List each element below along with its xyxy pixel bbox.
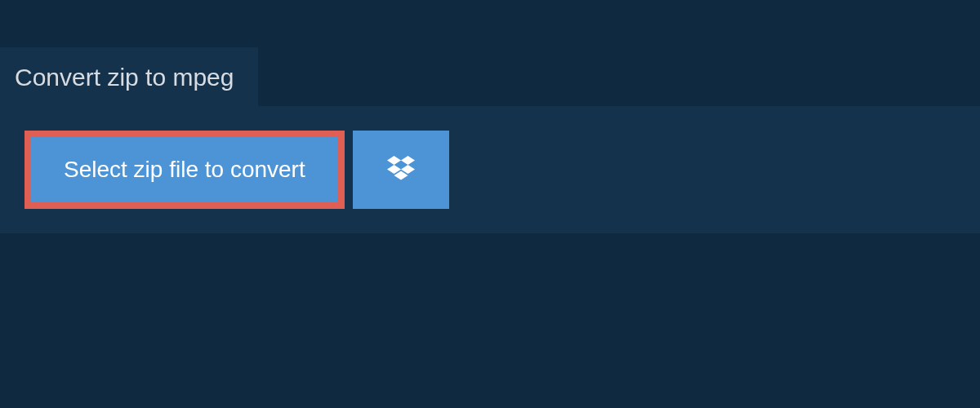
- tab-header: Convert zip to mpeg: [0, 47, 258, 106]
- select-file-button[interactable]: Select zip file to convert: [24, 131, 345, 209]
- content-panel: Select zip file to convert: [0, 106, 980, 233]
- select-file-label: Select zip file to convert: [64, 157, 305, 183]
- dropbox-icon: [387, 156, 415, 184]
- button-row: Select zip file to convert: [24, 131, 956, 209]
- page-title: Convert zip to mpeg: [15, 64, 234, 91]
- dropbox-button[interactable]: [353, 131, 449, 209]
